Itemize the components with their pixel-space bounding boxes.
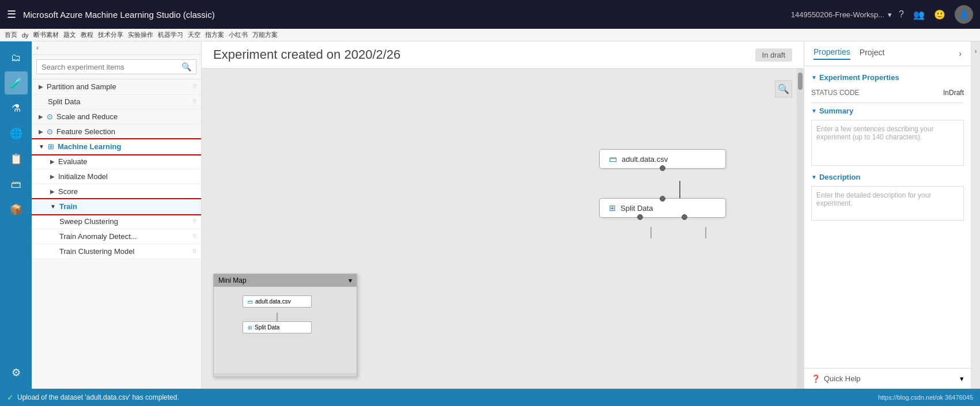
left-panel: ‹ 🔍 ▶ Partition and Sample ⠿ Split Data … (32, 41, 202, 389)
drag-handle: ⠿ (192, 233, 196, 240)
bookmark-10[interactable]: 指方案 (205, 31, 224, 39)
search-input[interactable] (41, 63, 178, 71)
drag-handle: ⠿ (192, 98, 196, 105)
status-code-value: InDraft (943, 89, 964, 97)
tree-item-label: Sweep Clustering (59, 217, 118, 226)
mini-map-header[interactable]: Mini Map ▾ (214, 274, 357, 287)
sidebar-icon-beaker[interactable]: ⚗ (5, 97, 28, 120)
sidebar-icon-globe[interactable]: 🌐 (5, 122, 28, 145)
summary-textarea[interactable]: Enter a few sentences describing your ex… (811, 120, 964, 166)
description-placeholder: Enter the detailed description for your … (816, 191, 931, 207)
tab-properties[interactable]: Properties (813, 47, 850, 60)
node-adult-data[interactable]: 🗃 adult.data.csv (599, 149, 726, 169)
status-check-icon: ✓ (7, 393, 14, 402)
arrow-icon: ▶ (50, 173, 55, 180)
tree-item-train[interactable]: ▼ Train (32, 199, 201, 214)
description-textarea[interactable]: Enter the detailed description for your … (811, 186, 964, 221)
section-arrow-icon: ▼ (811, 108, 817, 114)
drag-handle: ⠿ (192, 248, 196, 255)
tree-item-feature-selection[interactable]: ▶ ⊙ Feature Selection (32, 124, 201, 139)
tree-item-train-clustering[interactable]: Train Clustering Model ⠿ (32, 244, 201, 259)
right-collapse-tab[interactable]: › (971, 41, 980, 389)
mini-icon-1: 🗃 (248, 299, 253, 305)
tree-item-label: Split Data (39, 97, 80, 106)
left-panel-collapse[interactable]: ‹ (32, 41, 201, 55)
section-experiment-properties: ▼ Experiment Properties (811, 73, 964, 82)
tree-item-sweep-clustering[interactable]: Sweep Clustering ⠿ (32, 214, 201, 229)
summary-placeholder: Enter a few sentences describing your ex… (816, 125, 933, 141)
tree-item-split-data[interactable]: Split Data ⠿ (32, 94, 201, 109)
workspace-dropdown-icon: ▾ (888, 10, 892, 19)
tree-item-evaluate[interactable]: ▶ Evaluate (32, 154, 201, 169)
mini-map-dropdown-icon: ▾ (349, 276, 352, 284)
tree-item-label: Train Anomaly Detect... (59, 232, 137, 241)
search-box: 🔍 (36, 59, 196, 74)
canvas-header: Experiment created on 2020/2/26 In draft (202, 41, 804, 69)
sidebar-icon-cube[interactable]: 📦 (5, 198, 28, 221)
tree-item-label: Train Clustering Model (59, 247, 134, 256)
bookmark-8[interactable]: 机器学习 (158, 31, 183, 39)
node-split-data[interactable]: ⊞ Split Data (599, 198, 726, 218)
tree-item-machine-learning[interactable]: ▼ ⊞ Machine Learning (32, 139, 201, 154)
main-layout: 🗂 🧪 ⚗ 🌐 📋 🗃 📦 ⚙ ‹ 🔍 ▶ Partition and Samp… (0, 41, 980, 389)
bookmark-5[interactable]: 教程 (81, 31, 93, 39)
section-description: ▼ Description (811, 173, 964, 181)
bookmark-7[interactable]: 实验操作 (128, 31, 153, 39)
feature-icon: ⊙ (47, 127, 53, 136)
bookmark-11[interactable]: 小红书 (229, 31, 248, 39)
canvas-scrollbar-vertical[interactable] (797, 69, 804, 389)
status-badge: In draft (755, 48, 792, 62)
app-title: Microsoft Azure Machine Learning Studio … (23, 10, 784, 20)
section-arrow-icon: ▼ (811, 74, 817, 81)
tree-item-initialize-model[interactable]: ▶ Initialize Model (32, 169, 201, 184)
scrollbar-thumb-v[interactable] (798, 73, 803, 90)
arrow-icon: ▶ (39, 84, 43, 90)
mini-node-label-1: adult.data.csv (255, 298, 291, 305)
quick-help-section: ❓ Quick Help ▾ (804, 368, 971, 389)
right-panel-collapse-icon[interactable]: › (959, 49, 962, 58)
right-panel-header: Properties Project › (804, 41, 971, 66)
node-label: adult.data.csv (622, 155, 668, 164)
tree-item-scale-reduce[interactable]: ▶ ⊙ Scale and Reduce (32, 109, 201, 124)
search-icon[interactable]: 🔍 (181, 62, 191, 71)
tree-item-train-anomaly[interactable]: Train Anomaly Detect... ⠿ (32, 229, 201, 244)
smile-icon[interactable]: 🙂 (934, 9, 945, 20)
bookmark-dy[interactable]: dy (22, 32, 29, 39)
bookmark-9[interactable]: 天空 (188, 31, 200, 39)
sidebar-icon-clipboard[interactable]: 📋 (5, 147, 28, 170)
node-port-bottom[interactable] (660, 165, 665, 171)
node-port-top[interactable] (660, 196, 665, 202)
tree-item-partition[interactable]: ▶ Partition and Sample ⠿ (32, 79, 201, 94)
sidebar-icon-settings[interactable]: ⚙ (5, 361, 28, 384)
mini-map-content: 🗃 adult.data.csv ⊞ Split Data (214, 287, 357, 373)
bookmark-home[interactable]: 首页 (5, 31, 17, 39)
sidebar-icon-experiments[interactable]: 🗂 (5, 46, 28, 69)
help-icon[interactable]: ? (899, 9, 904, 20)
bookmarks-bar: 首页 dy 断书素材 题文 教程 技术分享 实验操作 机器学习 天空 指方案 小… (0, 29, 980, 41)
tree-item-score[interactable]: ▶ Score (32, 184, 201, 199)
canvas-zoom-icon[interactable]: 🔍 (775, 80, 792, 97)
workspace-selector[interactable]: 1449550206-Free-Worksp... ▾ (791, 10, 892, 19)
bookmark-4[interactable]: 题文 (63, 31, 76, 39)
tree-item-label: Initialize Model (58, 172, 108, 181)
bookmark-6[interactable]: 技术分享 (98, 31, 123, 39)
menu-icon[interactable]: ☰ (7, 8, 16, 21)
tree-item-label: Machine Learning (58, 142, 122, 151)
section-title-label: Description (819, 173, 861, 181)
node-port-bottom-right[interactable] (682, 214, 687, 220)
node-port-bottom-left[interactable] (637, 214, 643, 220)
sidebar-icon-database[interactable]: 🗃 (5, 173, 28, 196)
bookmark-3[interactable]: 断书素材 (33, 31, 59, 39)
section-arrow-icon: ▼ (811, 174, 817, 180)
canvas-content[interactable]: 🗃 adult.data.csv ⊞ Split Data 🔍 (202, 69, 804, 389)
quick-help-expand-icon[interactable]: ▾ (960, 374, 964, 383)
status-bar: ✓ Upload of the dataset 'adult.data.csv'… (0, 389, 980, 406)
tab-project[interactable]: Project (860, 48, 885, 59)
bookmark-12[interactable]: 万能方案 (252, 31, 278, 39)
mini-node-2: ⊞ Split Data (243, 321, 312, 333)
tree-item-label: Feature Selection (56, 127, 115, 136)
avatar[interactable]: 👤 (955, 5, 973, 24)
users-icon[interactable]: 👥 (913, 9, 925, 20)
sidebar-icon-flask[interactable]: 🧪 (5, 71, 28, 94)
node-icon-data: 🗃 (609, 154, 617, 164)
